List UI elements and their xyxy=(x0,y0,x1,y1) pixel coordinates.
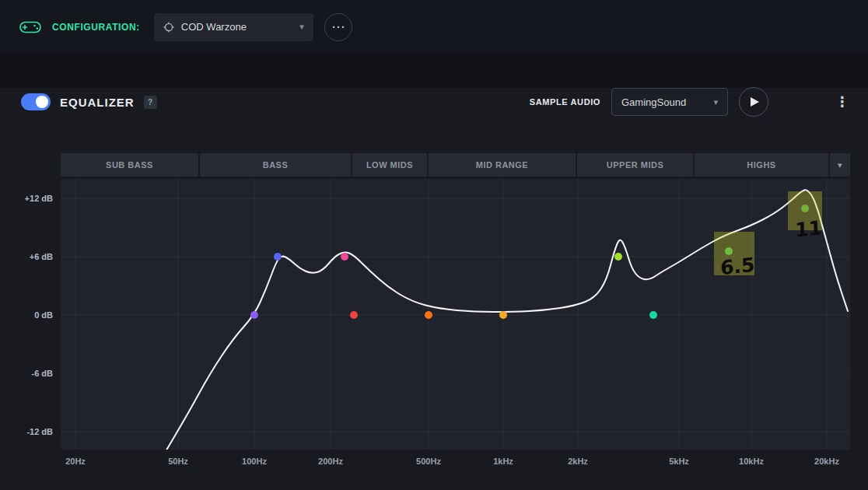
play-icon xyxy=(751,97,759,107)
eq-plot[interactable]: 6.511 xyxy=(61,179,850,450)
eq-band-handle[interactable] xyxy=(341,253,348,261)
configuration-value: COD Warzone xyxy=(181,21,292,33)
eq-band-handle[interactable] xyxy=(274,253,282,261)
sample-audio-dropdown[interactable]: GamingSound ▾ xyxy=(611,88,728,116)
band-collapse-chevron[interactable]: ▾ xyxy=(830,153,850,177)
more-options-button[interactable]: ⋯ xyxy=(324,13,352,41)
sample-audio-value: GamingSound xyxy=(621,96,706,108)
gamepad-icon xyxy=(19,19,41,35)
equalizer-header-left: EQUALIZER ? xyxy=(21,93,157,110)
page-title: EQUALIZER xyxy=(60,96,135,109)
band-sub-bass[interactable]: SUB BASS xyxy=(61,153,198,177)
eq-band-handle[interactable] xyxy=(350,311,358,319)
y-axis: +12 dB+6 dB0 dB-6 dB-12 dB xyxy=(0,179,61,450)
x-tick-label: 200Hz xyxy=(318,457,343,466)
topbar: CONFIGURATION: COD Warzone ▾ ⋯ xyxy=(0,0,868,54)
eq-response-curve xyxy=(165,190,848,450)
equalizer-toggle[interactable] xyxy=(21,93,51,110)
eq-band-handle[interactable] xyxy=(801,205,809,212)
band-bass[interactable]: BASS xyxy=(200,153,351,177)
x-tick-label: 1kHz xyxy=(493,457,513,466)
chevron-down-icon: ▾ xyxy=(299,22,304,32)
eq-band-handle[interactable] xyxy=(425,311,432,319)
y-tick-label: +6 dB xyxy=(30,252,53,261)
sample-audio-label: SAMPLE AUDIO xyxy=(530,97,600,107)
eq-band-handle[interactable] xyxy=(725,247,733,255)
y-tick-label: -12 dB xyxy=(26,427,53,436)
x-tick-label: 20Hz xyxy=(65,457,86,466)
x-tick-label: 50Hz xyxy=(168,457,188,466)
equalizer-header-right: SAMPLE AUDIO GamingSound ▾ ⋮ xyxy=(530,87,849,117)
band-highs[interactable]: HIGHS xyxy=(695,153,828,177)
x-tick-label: 100Hz xyxy=(242,457,267,466)
x-tick-label: 500Hz xyxy=(416,457,441,466)
game-icon xyxy=(163,22,174,33)
equalizer-header: EQUALIZER ? SAMPLE AUDIO GamingSound ▾ ⋮ xyxy=(21,88,849,116)
help-icon[interactable]: ? xyxy=(144,96,157,109)
band-upper-mids[interactable]: UPPER MIDS xyxy=(577,153,693,177)
kebab-menu-icon[interactable]: ⋮ xyxy=(835,93,849,110)
y-tick-label: 0 dB xyxy=(34,310,53,320)
eq-band-handle[interactable] xyxy=(649,311,657,319)
x-tick-label: 20kHz xyxy=(814,457,839,466)
chart-row: +12 dB+6 dB0 dB-6 dB-12 dB 6.511 xyxy=(0,179,850,450)
configuration-dropdown[interactable]: COD Warzone ▾ xyxy=(154,13,313,41)
x-tick-label: 5kHz xyxy=(669,457,689,466)
configuration-label: CONFIGURATION: xyxy=(52,22,140,33)
band-low-mids[interactable]: LOW MIDS xyxy=(352,153,427,177)
eq-band-handle[interactable] xyxy=(250,311,258,319)
x-tick-label: 2kHz xyxy=(568,457,588,466)
x-tick-label: 10kHz xyxy=(739,457,764,466)
y-tick-label: -6 dB xyxy=(32,369,54,378)
x-axis: 20Hz50Hz100Hz200Hz500Hz1kHz2kHz5kHz10kHz… xyxy=(61,450,850,473)
app-root: CONFIGURATION: COD Warzone ▾ ⋯ EQUALIZER… xyxy=(0,0,868,490)
eq-band-handle[interactable] xyxy=(614,253,622,261)
eq-band-handle[interactable] xyxy=(499,311,507,319)
y-tick-label: +12 dB xyxy=(25,194,53,203)
band-mid-range[interactable]: MID RANGE xyxy=(429,153,576,177)
eq-curve-svg xyxy=(61,179,850,450)
toggle-knob xyxy=(36,96,48,108)
band-header-row: SUB BASS BASS LOW MIDS MID RANGE UPPER M… xyxy=(61,153,850,177)
equalizer-panel: EQUALIZER ? SAMPLE AUDIO GamingSound ▾ ⋮… xyxy=(0,88,868,490)
chevron-down-icon: ▾ xyxy=(713,97,718,107)
play-sample-button[interactable] xyxy=(739,87,768,117)
